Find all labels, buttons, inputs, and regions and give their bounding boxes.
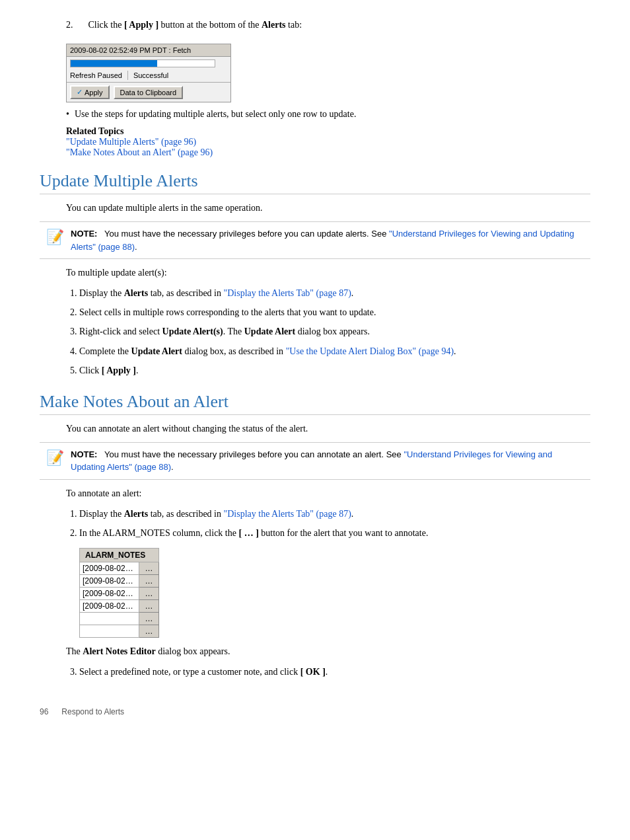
note1-link[interactable]: "Understand Privileges for Viewing and U… (71, 229, 574, 252)
section2-step3: Select a predefined note, or type a cust… (79, 664, 590, 680)
check-icon: ✓ (77, 88, 83, 96)
divider (127, 71, 128, 80)
footer-page-num: 96 (40, 707, 48, 716)
step2-1-link[interactable]: "Display the Alerts Tab" (page 87) (224, 509, 351, 519)
related-link-2[interactable]: "Make Notes About an Alert" (page 96) (66, 147, 213, 157)
date-cell: [2009-08-02… (80, 575, 139, 588)
step-2-3: Select a predefined note, or type a cust… (79, 664, 590, 680)
related-topics-title: Related Topics (66, 126, 590, 137)
related-topics: Related Topics "Update Multiple Alerts" … (66, 126, 590, 158)
step-1-3: Right-click and select Update Alert(s). … (79, 323, 590, 340)
section2-title: Make Notes About an Alert (40, 392, 590, 415)
related-link-1[interactable]: "Update Multiple Alerts" (page 96) (66, 137, 196, 147)
progress-bar (70, 59, 215, 67)
screenshot-buttons-row: ✓ Apply Data to Clipboard (67, 82, 230, 102)
step-2-1: Display the Alerts tab, as described in … (79, 506, 590, 522)
status-left: Refresh Paused (70, 71, 122, 79)
section1-to-multiple: To multiple update alert(s): (66, 266, 590, 280)
section1-intro: You can update multiple alerts in the sa… (66, 201, 590, 215)
table-row: [2009-08-02… … (80, 600, 159, 613)
section1-steps: Display the Alerts tab, as described in … (79, 285, 590, 379)
table-row: … (80, 613, 159, 625)
footer-section: Respond to Alerts (61, 707, 124, 716)
note-icon-1: 📝 (46, 229, 64, 246)
screenshot-toolbar: 2009-08-02 02:52:49 PM PDT : Fetch (67, 44, 230, 57)
date-cell: [2009-08-02… (80, 600, 139, 613)
apply-button[interactable]: ✓ Apply (70, 85, 110, 99)
bullet-text: Use the steps for updating multiple aler… (66, 109, 356, 119)
date-cell-empty (80, 613, 139, 625)
step2-text: Click the [ Apply ] button at the bottom… (88, 20, 302, 30)
step-1-2: Select cells in multiple rows correspond… (79, 304, 590, 321)
section2-note-text: NOTE: You must have the necessary privil… (71, 448, 584, 474)
alarm-table-header: ALARM_NOTES (80, 549, 159, 562)
screenshot-box: 2009-08-02 02:52:49 PM PDT : Fetch Refre… (66, 44, 231, 102)
status-right: Successful (133, 71, 168, 79)
clipboard-button[interactable]: Data to Clipboard (114, 86, 184, 99)
note-body-1: You must have the necessary privileges b… (71, 229, 574, 252)
progress-bar-area (67, 57, 230, 69)
step1-link[interactable]: "Display the Alerts Tab" (page 87) (224, 288, 351, 298)
bullet-block: Use the steps for updating multiple aler… (66, 109, 590, 120)
step-number: 2. (66, 20, 86, 30)
step2-block: 2. Click the [ Apply ] button at the bot… (66, 20, 590, 30)
step-2-2: In the ALARM_NOTES column, click the [ …… (79, 525, 590, 541)
clipboard-label: Data to Clipboard (120, 89, 177, 96)
date-cell: [2009-08-02… (80, 588, 139, 600)
ellipsis-button[interactable]: … (139, 625, 159, 638)
ellipsis-button[interactable]: … (139, 613, 159, 625)
after-table-text: The Alert Notes Editor dialog box appear… (66, 644, 590, 658)
screenshot-status-row: Refresh Paused Successful (67, 69, 230, 82)
table-row: [2009-08-02… … (80, 562, 159, 575)
note-label-1: NOTE: (71, 229, 97, 239)
date-cell-empty (80, 625, 139, 638)
table-row: [2009-08-02… … (80, 575, 159, 588)
note-body-2: You must have the necessary privileges b… (71, 449, 552, 473)
date-cell: [2009-08-02… (80, 562, 139, 575)
note-label-2: NOTE: (71, 449, 97, 459)
apply-label: Apply (85, 89, 103, 96)
table-row: [2009-08-02… … (80, 588, 159, 600)
section2-to-annotate: To annotate an alert: (66, 486, 590, 500)
step4-link[interactable]: "Use the Update Alert Dialog Box" (page … (286, 346, 454, 356)
ellipsis-button[interactable]: … (139, 562, 159, 575)
ellipsis-button[interactable]: … (139, 600, 159, 613)
table-row: … (80, 625, 159, 638)
step-1-1: Display the Alerts tab, as described in … (79, 285, 590, 301)
ellipsis-button[interactable]: … (139, 575, 159, 588)
step-1-4: Complete the Update Alert dialog box, as… (79, 343, 590, 360)
note2-link[interactable]: "Understand Privileges for Viewing and U… (71, 449, 552, 473)
section2-steps: Display the Alerts tab, as described in … (79, 506, 590, 541)
section1-title: Update Multiple Alerts (40, 171, 590, 194)
alarm-notes-table: ALARM_NOTES [2009-08-02… … [2009-08-02… … (79, 548, 159, 638)
step-1-5: Click [ Apply ]. (79, 362, 590, 379)
toolbar-text: 2009-08-02 02:52:49 PM PDT : Fetch (70, 46, 191, 54)
progress-bar-fill (71, 60, 157, 67)
page-footer: 96 Respond to Alerts (40, 707, 590, 716)
section1-note-box: 📝 NOTE: You must have the necessary priv… (40, 221, 590, 259)
section1-note-text: NOTE: You must have the necessary privil… (71, 227, 584, 253)
ellipsis-button[interactable]: … (139, 588, 159, 600)
section2-note-box: 📝 NOTE: You must have the necessary priv… (40, 442, 590, 480)
section2-intro: You can annotate an alert without changi… (66, 422, 590, 436)
note-icon-2: 📝 (46, 449, 64, 467)
